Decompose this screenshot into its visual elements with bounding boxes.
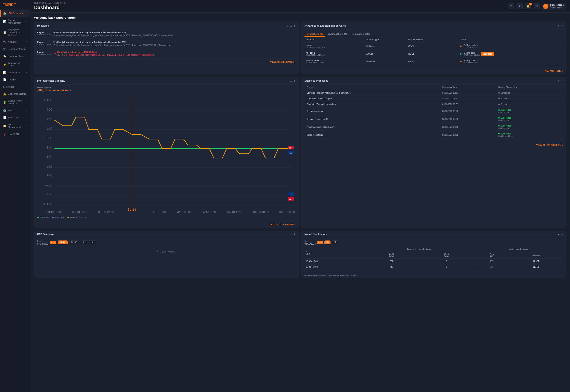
full-ntc-overview-link[interactable]: FULL NTC OVERVIEW › xyxy=(34,221,298,228)
msg-sender: Empire xyxy=(37,41,51,43)
sidebar-item-buy-now-offers[interactable]: 🏷️ Buy Now Offers xyxy=(0,53,30,60)
ntc-expand-icon[interactable]: ✛ xyxy=(293,233,296,236)
sidebar-item-reports[interactable]: 📄 Reports xyxy=(0,76,30,83)
nav-icon-audit-logs: 📃 xyxy=(3,116,6,119)
status-dot xyxy=(460,45,461,47)
nav-label-transmission-rights: Transmission Rights xyxy=(8,62,28,67)
nav-icon-nominations: 📝 xyxy=(3,71,6,74)
bp-status: Scheduled xyxy=(496,96,563,101)
table-row: return 10/11/2023-11/11/2023 Multi-day G… xyxy=(305,42,563,50)
expand-icon[interactable]: ✛ xyxy=(293,24,296,27)
nav-label-file-management: File Management xyxy=(8,123,25,128)
bp-status-dot xyxy=(498,109,500,111)
chart-delivery-label: Delivery period xyxy=(37,86,296,89)
svg-text:-900: -900 xyxy=(45,193,52,197)
bp-expand-icon[interactable]: ✛ xyxy=(561,79,563,82)
status-dot xyxy=(460,61,461,62)
nav-label-admin: Admin xyxy=(8,109,25,112)
auction-expand-icon[interactable]: ✛ xyxy=(561,24,563,27)
view-all-processes-link[interactable]: VIEW ALL PROCESSES › xyxy=(302,142,566,148)
nn-ntu-badge[interactable]: NTU xyxy=(317,241,323,244)
nn-8h-filter[interactable]: 8H xyxy=(324,240,331,244)
svg-text:-700: -700 xyxy=(45,183,52,187)
auction-type: Multi-day xyxy=(365,58,407,66)
table-row: Set auction status 03/10/2023 15:11 Succ… xyxy=(305,131,563,139)
nav-icon-file-management: 📁 xyxy=(3,124,6,127)
svg-text:04/10
12:00: 04/10 12:00 xyxy=(227,210,243,214)
auction-name: Auction 1 01/12/2023-01/01/2024 xyxy=(305,50,365,58)
bp-status-dot xyxy=(498,98,500,99)
auction-tab-nomination-gates[interactable]: Nomination gates xyxy=(349,31,373,37)
message-item: Empire 03/10/2023 15:26 ⚠ Dataflow file … xyxy=(34,49,298,59)
bp-status-label: Succeeded xyxy=(500,133,511,135)
ntc-collapse-icon[interactable]: ∧ xyxy=(290,233,292,236)
collapse-icon[interactable]: ∧ xyxy=(290,24,292,27)
nav-chevron-admin: ▾ xyxy=(27,110,28,112)
mail-icon-btn[interactable]: ✉ xyxy=(534,3,540,9)
nn-nl-gb: 897 xyxy=(364,258,419,264)
nav-label-ico-dashboard: ICO Dashboard xyxy=(8,12,28,15)
sidebar-item-aggregated-nominations[interactable]: 📋 Aggregated Nominations Overview xyxy=(0,26,30,38)
sidebar-item-admin[interactable]: ⚙️ Admin ▾ xyxy=(0,107,30,114)
table-row: Prepare auction status change 03/10/2023… xyxy=(305,123,563,131)
sidebar-item-crisis-management[interactable]: ⚠️ Crisis Management xyxy=(0,90,30,98)
bp-collapse-icon[interactable]: ∧ xyxy=(557,79,559,82)
table-row: Test Auction300 01/12/2024-01/02/2025 Mu… xyxy=(305,58,563,66)
ntc-24h-filter[interactable]: 24H xyxy=(89,240,96,244)
nav-icon-finance: € xyxy=(3,85,4,88)
sidebar-item-backup-power[interactable]: 🔋 Backup Power Purchase xyxy=(0,98,30,107)
view-bids-btn[interactable]: View bids xyxy=(481,52,494,56)
svg-text:-1,100: -1,100 xyxy=(42,202,52,206)
nav-chevron-file-management: ▾ xyxy=(27,125,28,127)
welcome-message: Welcome back Supercharge! xyxy=(34,16,566,19)
bp-process-name: Convert LT pre-nomination to DRAFT nomin… xyxy=(305,90,440,96)
ntc-8h-filter[interactable]: 8H xyxy=(81,240,87,244)
all-auctions-link[interactable]: ALL AUCTIONS › xyxy=(302,69,566,74)
content-area: Welcome back Supercharge! Messages ↺ ∧ ✛… xyxy=(30,13,570,392)
nav-label-audit-logs: Audit Logs xyxy=(8,116,28,119)
sidebar-item-file-management[interactable]: 📁 File Management ▾ xyxy=(0,121,30,131)
auction-tab-da-id[interactable]: DA/ID auctions (4) xyxy=(325,31,349,37)
nav-label-aggregated-nominations: Aggregated Nominations Overview xyxy=(8,28,28,36)
auctions-table-wrapper: AuctionsAuction typeBorder directionStat… xyxy=(302,37,566,69)
nav-icon-aggregated-nominations: 📋 xyxy=(3,31,6,34)
nn-expand-icon[interactable]: ✛ xyxy=(561,233,563,236)
sidebar-item-finance[interactable]: € Finance xyxy=(0,83,30,90)
msg-title: Positive Acknowledgement for Long term T… xyxy=(54,41,173,43)
ntc-nl-gb-filter[interactable]: NL-GB xyxy=(69,240,79,244)
sidebar-item-capacity-management[interactable]: 📊 Capacity Management ▾ xyxy=(0,17,30,26)
notification-btn[interactable]: 🔔 1 xyxy=(525,3,531,9)
ntc-ntu-badge[interactable]: NTU xyxy=(50,241,56,244)
chart-expand-icon[interactable]: ✛ xyxy=(293,79,296,82)
ntc-gb-nl-filter[interactable]: GB-NL xyxy=(58,240,68,244)
auction-collapse-icon[interactable]: ∧ xyxy=(557,24,559,27)
nn-24h-filter[interactable]: 24H xyxy=(332,240,339,244)
msg-body: Positive Acknowledgement for Dataflow Lo… xyxy=(54,34,173,37)
bp-status: Succeeded 03/10/2023 15:11 xyxy=(496,107,563,115)
refresh-icon[interactable]: ↺ xyxy=(286,24,289,27)
svg-text:03/10
00:00: 03/10 00:00 xyxy=(46,210,62,214)
logo: EMPIRE xyxy=(0,0,30,10)
nav-label-backup-power: Backup Power Purchase xyxy=(8,99,28,105)
sidebar-item-nominations[interactable]: 📝 Nominations ▾ xyxy=(0,69,30,76)
sidebar-item-audit-logs[interactable]: 📃 Audit Logs xyxy=(0,114,30,121)
chart-collapse-icon[interactable]: ∧ xyxy=(290,79,292,82)
sidebar-item-ico-dashboard[interactable]: 🏠 ICO Dashboard xyxy=(0,10,30,17)
view-all-messages-link[interactable]: VIEW ALL MESSAGES › xyxy=(34,59,298,65)
help-icon-btn[interactable]: ? xyxy=(508,3,514,9)
bp-scheduled-time: 03/10/2023 15:30 xyxy=(440,96,496,101)
svg-text:1,100: 1,100 xyxy=(44,98,52,102)
auction-tab-lt[interactable]: LT auctions (3) xyxy=(305,31,325,37)
bp-status-label: Scheduled xyxy=(500,92,510,94)
sidebar-item-secondary-market[interactable]: 🛒 Secondary Market xyxy=(0,45,30,53)
interconnector-card: Interconnector Capacity ∧ ✛ Delivery per… xyxy=(34,77,299,228)
netted-nom-table-wrapper: MTUCE(S)T Aggregated Nominations Netted … xyxy=(302,247,566,273)
nn-collapse-icon[interactable]: ∧ xyxy=(557,233,559,236)
grid-icon-btn[interactable]: ⊞ xyxy=(516,3,523,9)
nav-icon-admin: ⚙️ xyxy=(3,109,6,112)
sidebar-item-auctions[interactable]: 🔨 Auctions ▾ xyxy=(0,38,30,45)
user-menu-btn[interactable]: S Supercharge Supercharge xyxy=(542,3,566,10)
notification-badge: 1 xyxy=(529,3,532,5)
sidebar-item-help[interactable]: ❓ Help / FAQ xyxy=(0,131,30,138)
sidebar-item-transmission-rights[interactable]: ⚡ Transmission Rights xyxy=(0,60,30,69)
